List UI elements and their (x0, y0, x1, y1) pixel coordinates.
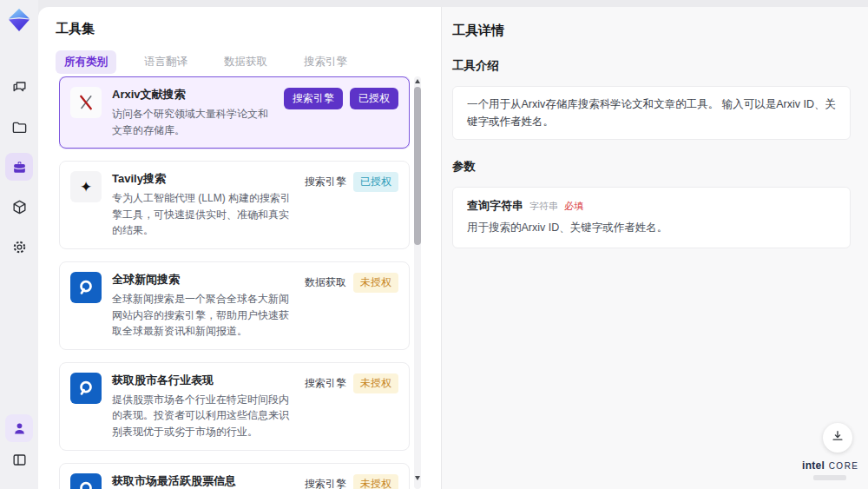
tool-description: 全球新闻搜索是一个聚合全球各大新闻网站内容的搜索引擎，帮助用户快速获取全球最新资… (112, 291, 296, 340)
sparkle-logo-icon: ✦ (70, 171, 102, 202)
auth-status-badge: 未授权 (353, 373, 398, 393)
tool-badges: 搜索引擎 已授权 (284, 87, 398, 109)
tool-text: 获取市场最活跃股票信息 提供当天交易量最高的股票列表，投资者可以利用这些信息来识… (112, 473, 296, 489)
tool-text: 获取股市各行业表现 提供股票市场各个行业在特定时间段内的表现。投资者可以利用这些… (112, 373, 296, 440)
tool-badges: 搜索引擎 已授权 (305, 171, 398, 192)
tool-text: Tavily搜索 专为人工智能代理 (LLM) 构建的搜索引擎工具，可快速提供实… (112, 171, 296, 239)
tool-text: 全球新闻搜索 全球新闻搜索是一个聚合全球各大新闻网站内容的搜索引擎，帮助用户快速… (112, 272, 296, 340)
intel-core-logo: intel CORE (802, 457, 858, 480)
params-heading: 参数 (452, 159, 851, 175)
blue-q-logo-icon (70, 272, 102, 303)
tool-item-tavily[interactable]: ✦ Tavily搜索 专为人工智能代理 (LLM) 构建的搜索引擎工具，可快速提… (59, 161, 410, 249)
tab-data-fetch[interactable]: 数据获取 (215, 50, 276, 74)
category-label: 搜索引擎 (305, 474, 346, 489)
intro-heading: 工具介绍 (452, 58, 851, 74)
tool-list-panel: 工具集 所有类别 语言翻译 数据获取 搜索引擎 A (38, 7, 441, 489)
tab-search-engine[interactable]: 搜索引擎 (295, 50, 356, 74)
tool-list: Arxiv文献搜索 访问各个研究领域大量科学论文和文章的存储库。 搜索引擎 已授… (59, 76, 410, 489)
toolbox-icon (11, 159, 28, 175)
app-window: 工具集 所有类别 语言翻译 数据获取 搜索引擎 A (0, 0, 868, 489)
tab-language-translation[interactable]: 语言翻译 (135, 50, 196, 74)
brand-subtext-bar (813, 475, 846, 480)
auth-status-badge: 未授权 (353, 273, 398, 293)
user-icon (11, 420, 28, 437)
category-label: 搜索引擎 (305, 172, 346, 192)
parameter-card: 查询字符串 字符串 必填 用于搜索的Arxiv ID、关键字或作者姓名。 (452, 187, 851, 248)
scrollbar-thumb[interactable] (414, 87, 421, 245)
sidebar-item-settings[interactable] (5, 233, 33, 261)
blue-q-logo-icon (70, 473, 102, 489)
parameter-required-flag: 必填 (564, 200, 583, 213)
split-panel-icon (11, 452, 28, 468)
tool-name: Tavily搜索 (112, 171, 296, 187)
sidebar-item-files[interactable] (5, 113, 33, 141)
parameter-name: 查询字符串 (467, 198, 523, 214)
auth-status-badge: 已授权 (353, 172, 398, 192)
arxiv-logo-icon (70, 87, 102, 118)
tool-badges: 数据获取 未授权 (305, 272, 398, 293)
tool-text: Arxiv文献搜索 访问各个研究领域大量科学论文和文章的存储库。 (112, 87, 275, 138)
brand-core-text: CORE (829, 461, 859, 471)
sidebar-item-tools[interactable] (5, 153, 33, 181)
tab-all-categories[interactable]: 所有类别 (56, 50, 116, 74)
main-content: 工具集 所有类别 语言翻译 数据获取 搜索引擎 A (38, 7, 868, 489)
tool-item-most-active-stocks[interactable]: 获取市场最活跃股票信息 提供当天交易量最高的股票列表，投资者可以利用这些信息来识… (59, 463, 410, 489)
tool-description: 提供股票市场各个行业在特定时间段内的表现。投资者可以利用这些信息来识别表现优于或… (112, 392, 296, 440)
folder-icon (11, 119, 28, 135)
tool-item-global-news[interactable]: 全球新闻搜索 全球新闻搜索是一个聚合全球各大新闻网站内容的搜索引擎，帮助用户快速… (59, 261, 410, 350)
download-button[interactable] (823, 423, 852, 453)
blue-q-logo-icon (70, 373, 102, 404)
app-logo-icon (6, 7, 32, 33)
sidebar-item-collapse[interactable] (5, 446, 33, 473)
sidebar-item-models[interactable] (5, 193, 33, 221)
tool-item-sector-performance[interactable]: 获取股市各行业表现 提供股票市场各个行业在特定时间段内的表现。投资者可以利用这些… (59, 362, 410, 451)
tool-name: 获取市场最活跃股票信息 (112, 473, 296, 489)
category-label: 数据获取 (305, 273, 346, 293)
download-icon (830, 428, 845, 447)
category-tabs: 所有类别 语言翻译 数据获取 搜索引擎 (56, 50, 356, 74)
auth-status-badge: 已授权 (350, 88, 398, 109)
tool-name: 全球新闻搜索 (112, 272, 296, 287)
page-title: 工具集 (56, 21, 95, 37)
tool-item-arxiv[interactable]: Arxiv文献搜索 访问各个研究领域大量科学论文和文章的存储库。 搜索引擎 已授… (59, 76, 410, 149)
auth-status-badge: 未授权 (353, 474, 398, 489)
tool-name: 获取股市各行业表现 (112, 373, 296, 388)
sidebar (0, 0, 38, 489)
category-label: 搜索引擎 (305, 373, 346, 393)
scrollbar-up-arrow[interactable] (415, 79, 420, 83)
parameter-type: 字符串 (529, 200, 558, 213)
tool-description: 专为人工智能代理 (LLM) 构建的搜索引擎工具，可快速提供实时、准确和真实的结… (112, 190, 296, 239)
sidebar-item-profile[interactable] (5, 414, 33, 442)
tool-badges: 搜索引擎 未授权 (305, 473, 398, 489)
tool-detail-panel: 工具详情 工具介绍 一个用于从Arxiv存储库搜索科学论文和文章的工具。 输入可… (441, 7, 868, 489)
gear-icon (11, 239, 28, 255)
scrollbar-down-arrow[interactable] (415, 476, 420, 480)
sidebar-item-chat[interactable] (5, 73, 33, 101)
tool-name: Arxiv文献搜索 (112, 87, 275, 102)
brand-intel-text: intel (802, 459, 825, 472)
intro-card: 一个用于从Arxiv存储库搜索科学论文和文章的工具。 输入可以是Arxiv ID… (452, 86, 851, 140)
chat-icon (11, 79, 28, 96)
detail-title: 工具详情 (452, 23, 851, 39)
tool-badges: 搜索引擎 未授权 (305, 373, 398, 393)
tool-description: 访问各个研究领域大量科学论文和文章的存储库。 (112, 106, 275, 138)
category-badge: 搜索引擎 (284, 88, 343, 109)
parameter-description: 用于搜索的Arxiv ID、关键字或作者姓名。 (467, 221, 836, 235)
cube-icon (11, 199, 28, 215)
parameter-header: 查询字符串 字符串 必填 (467, 198, 836, 214)
